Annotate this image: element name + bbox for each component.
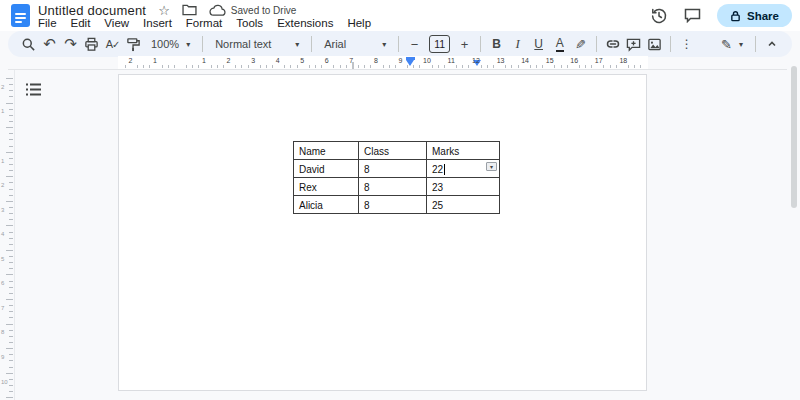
insert-image-icon[interactable] (644, 33, 665, 55)
ruler-tick (9, 238, 13, 239)
table-cell[interactable]: 22▾ (427, 160, 500, 178)
chevron-down-icon: ▾ (382, 40, 386, 49)
saved-to-drive-icon[interactable] (209, 4, 226, 17)
ruler-number: 1 (153, 57, 157, 64)
ruler-tick (266, 65, 267, 68)
version-history-icon[interactable] (650, 7, 668, 25)
text-color-button[interactable]: A (549, 33, 570, 55)
more-options-icon[interactable]: ⋮ (676, 33, 697, 55)
bold-button[interactable]: B (486, 33, 507, 55)
menu-format[interactable]: Format (181, 16, 227, 30)
ruler-tick (192, 65, 193, 68)
ruler-tick (481, 65, 482, 68)
ruler-tick (168, 65, 169, 68)
highlight-color-icon[interactable]: ✎ (570, 33, 591, 55)
ruler-tick (6, 176, 13, 177)
paint-format-icon[interactable] (123, 33, 144, 55)
ruler-tick (616, 65, 617, 68)
font-size-input[interactable]: 11 (429, 35, 450, 53)
hide-menus-icon[interactable] (761, 33, 782, 55)
ruler-tick (364, 65, 365, 68)
editing-mode-select[interactable]: ✎ ▾ (714, 33, 750, 55)
spellcheck-icon[interactable]: A✓ (102, 33, 123, 55)
print-icon[interactable] (81, 33, 102, 55)
toolbar-right-group: ✎ ▾ (714, 33, 782, 55)
table-cell[interactable]: Alicia (294, 196, 359, 214)
ruler-tick (9, 256, 13, 257)
ruler-number: 8 (374, 57, 378, 64)
docs-logo-icon[interactable] (11, 4, 30, 27)
chevron-down-icon: ▾ (739, 40, 743, 49)
ruler-tick (149, 65, 150, 68)
ruler-tick (9, 158, 13, 159)
table-cell[interactable]: Rex (294, 178, 359, 196)
ruler-tick (542, 65, 543, 68)
ruler-tick (248, 65, 249, 68)
menu-edit[interactable]: Edit (66, 16, 96, 30)
menu-view[interactable]: View (99, 16, 134, 30)
menu-help[interactable]: Help (342, 16, 376, 30)
document-outline-icon[interactable] (24, 81, 42, 97)
ruler-tick (6, 127, 13, 128)
redo-icon[interactable]: ↷ (60, 33, 81, 55)
add-comment-icon[interactable] (623, 33, 644, 55)
vertical-scrollbar-thumb[interactable] (791, 66, 797, 208)
ruler-number: 1 (1, 108, 4, 114)
table-cell[interactable]: Class (359, 142, 427, 160)
italic-button[interactable]: I (507, 33, 528, 55)
ruler-tick (6, 201, 13, 202)
table-cell[interactable]: 23 (427, 178, 500, 196)
menu-tools[interactable]: Tools (231, 16, 268, 30)
menu-insert[interactable]: Insert (138, 16, 177, 30)
ruler-divider-line (8, 69, 787, 70)
paragraph-style-select[interactable]: Normal text ▾ (208, 33, 306, 55)
star-icon[interactable]: ☆ (158, 4, 170, 17)
top-bar: Untitled document ☆ Saved to Drive FileE… (0, 0, 800, 31)
ruler-tick (9, 84, 13, 85)
ruler-tick (628, 65, 629, 68)
decrease-font-size-button[interactable]: − (404, 33, 425, 55)
undo-icon[interactable]: ↶ (39, 33, 60, 55)
share-button[interactable]: Share (717, 4, 792, 27)
table-cell[interactable]: 25 (427, 196, 500, 214)
underline-button[interactable]: U (528, 33, 549, 55)
ruler-tick (6, 103, 13, 104)
ruler-tick (315, 65, 316, 68)
ruler-tick (530, 65, 531, 68)
ruler-tick (9, 305, 13, 306)
document-page[interactable]: NameClassMarksDavid822▾Rex823Alicia825 (118, 74, 647, 391)
ruler-tick (333, 65, 334, 68)
ruler-tick (579, 65, 580, 68)
ruler-tick (561, 65, 562, 68)
ruler-tick (536, 65, 537, 68)
ruler-number: 11 (448, 57, 455, 64)
table-cell[interactable]: Name (294, 142, 359, 160)
ruler-tick (9, 336, 13, 337)
ruler-number: 1 (202, 57, 206, 64)
ruler-tick (9, 139, 13, 140)
table-cell[interactable]: 8 (359, 160, 427, 178)
table-cell[interactable]: 8 (359, 178, 427, 196)
ruler-tick (241, 65, 242, 68)
font-select[interactable]: Arial ▾ (317, 33, 393, 55)
move-folder-icon[interactable] (182, 4, 197, 16)
saved-status[interactable]: Saved to Drive (231, 5, 297, 16)
ruler-number: 15 (546, 57, 554, 64)
ruler-tick (438, 65, 439, 68)
table-cell-dropdown[interactable]: ▾ (486, 162, 497, 171)
zoom-select[interactable]: 100% ▾ (144, 33, 197, 55)
increase-font-size-button[interactable]: + (454, 33, 475, 55)
ruler-number: 5 (1, 256, 4, 262)
table-cell[interactable]: Marks (427, 142, 500, 160)
menu-extensions[interactable]: Extensions (272, 16, 338, 30)
ruler-tick (585, 65, 586, 68)
ruler-tick (174, 65, 175, 68)
comments-icon[interactable] (684, 8, 701, 23)
insert-link-icon[interactable] (602, 33, 623, 55)
ruler-tick (444, 65, 445, 68)
table-cell[interactable]: 8 (359, 196, 427, 214)
table-cell[interactable]: David (294, 160, 359, 178)
search-icon[interactable] (18, 33, 39, 55)
menu-file[interactable]: File (33, 16, 62, 30)
chevron-down-icon: ▾ (295, 40, 299, 49)
